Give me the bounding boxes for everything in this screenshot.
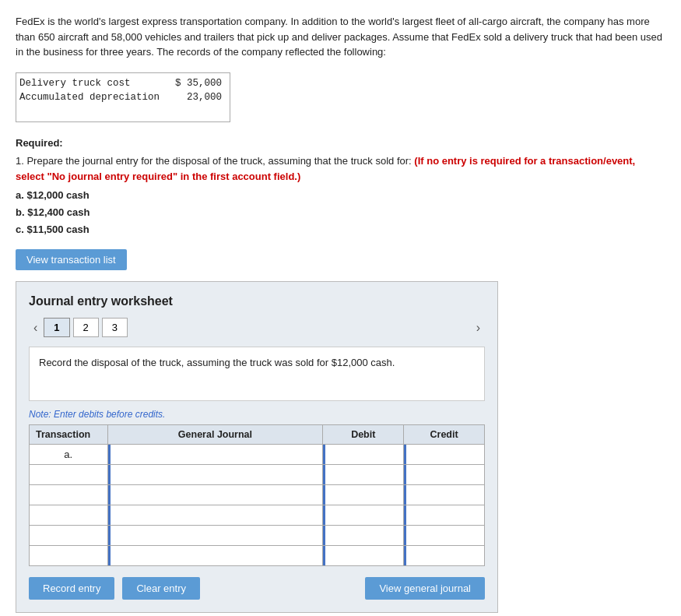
gj-input-2[interactable] <box>111 465 323 484</box>
gj-input-1[interactable] <box>111 445 323 464</box>
credit-cell-3[interactable] <box>404 485 485 505</box>
record-entry-button[interactable]: Record entry <box>29 577 114 600</box>
view-transaction-list-button[interactable]: View transaction list <box>16 249 127 270</box>
data-label: Accumulated depreciation <box>16 90 172 104</box>
gj-input-5[interactable] <box>111 526 323 545</box>
col-header-debit: Debit <box>323 425 404 445</box>
credit-input-6[interactable] <box>406 546 484 565</box>
required-section: Required: 1. Prepare the journal entry f… <box>16 136 665 239</box>
journal-table: Transaction General Journal Debit Credit… <box>29 424 485 566</box>
gj-input-6[interactable] <box>111 546 323 565</box>
credit-input-5[interactable] <box>406 526 484 545</box>
transaction-cell-4 <box>30 505 108 526</box>
credit-input-3[interactable] <box>406 485 484 505</box>
debit-cell-1[interactable] <box>323 445 404 465</box>
gj-cell-1[interactable] <box>107 445 323 465</box>
col-header-transaction: Transaction <box>30 425 108 445</box>
credit-input-2[interactable] <box>406 465 484 484</box>
gj-input-3[interactable] <box>111 485 323 505</box>
transaction-cell-5 <box>30 526 108 546</box>
task-description: Record the disposal of the truck, assumi… <box>29 347 485 401</box>
debit-cell-4[interactable] <box>323 505 404 526</box>
debit-input-3[interactable] <box>325 485 403 505</box>
transaction-cell-2 <box>30 465 108 485</box>
credit-cell-1[interactable] <box>404 445 485 465</box>
debit-input-6[interactable] <box>325 546 403 565</box>
table-row: Delivery truck cost $ 35,000 <box>16 76 230 90</box>
data-label: Delivery truck cost <box>16 76 172 90</box>
tab-1[interactable]: 1 <box>44 318 69 337</box>
gj-cell-3[interactable] <box>107 485 323 505</box>
view-general-journal-button[interactable]: View general journal <box>365 577 485 600</box>
transaction-cell-1: a. <box>30 445 108 465</box>
credit-cell-2[interactable] <box>404 465 485 485</box>
data-value: 23,000 <box>172 90 230 104</box>
debit-input-1[interactable] <box>325 445 403 464</box>
intro-paragraph: FedEx is the world's largest express tra… <box>16 14 665 60</box>
col-header-credit: Credit <box>404 425 485 445</box>
gj-input-4[interactable] <box>111 505 323 525</box>
transaction-cell-6 <box>30 546 108 566</box>
gj-cell-4[interactable] <box>107 505 323 526</box>
transaction-cell-3 <box>30 485 108 505</box>
option-a: a. $12,000 cash <box>16 187 665 204</box>
gj-cell-2[interactable] <box>107 465 323 485</box>
debit-cell-3[interactable] <box>323 485 404 505</box>
data-value: $ 35,000 <box>172 76 230 90</box>
option-c: c. $11,500 cash <box>16 221 665 238</box>
table-row <box>30 465 485 485</box>
debit-input-2[interactable] <box>325 465 403 484</box>
note-text: Note: Enter debits before credits. <box>29 409 485 420</box>
instruction-text: 1. Prepare the journal entry for the dis… <box>16 153 665 184</box>
debit-input-4[interactable] <box>325 505 403 525</box>
tab-3[interactable]: 3 <box>102 318 128 337</box>
debit-cell-5[interactable] <box>323 526 404 546</box>
debit-cell-2[interactable] <box>323 465 404 485</box>
table-row <box>30 526 485 546</box>
worksheet-title: Journal entry worksheet <box>29 294 485 308</box>
credit-input-1[interactable] <box>406 445 484 464</box>
credit-cell-4[interactable] <box>404 505 485 526</box>
credit-cell-5[interactable] <box>404 526 485 546</box>
debit-input-5[interactable] <box>325 526 403 545</box>
prev-tab-button[interactable]: ‹ <box>29 319 42 336</box>
col-header-gj: General Journal <box>107 425 323 445</box>
tab-2[interactable]: 2 <box>73 318 99 337</box>
clear-entry-button[interactable]: Clear entry <box>122 577 200 600</box>
next-tab-button[interactable]: › <box>472 319 485 336</box>
table-row: Accumulated depreciation 23,000 <box>16 90 230 104</box>
gj-cell-6[interactable] <box>107 546 323 566</box>
action-buttons: Record entry Clear entry View general jo… <box>29 577 485 600</box>
credit-input-4[interactable] <box>406 505 484 525</box>
company-data-table: Delivery truck cost $ 35,000 Accumulated… <box>16 72 230 122</box>
table-row <box>30 485 485 505</box>
worksheet-container: Journal entry worksheet ‹ 1 2 3 › Record… <box>16 281 498 613</box>
required-label: Required: <box>16 136 665 151</box>
credit-cell-6[interactable] <box>404 546 485 566</box>
table-row <box>30 505 485 526</box>
tab-navigation: ‹ 1 2 3 › <box>29 318 485 337</box>
table-row <box>30 546 485 566</box>
options-list: a. $12,000 cash b. $12,400 cash c. $11,5… <box>16 187 665 238</box>
option-b: b. $12,400 cash <box>16 204 665 221</box>
debit-cell-6[interactable] <box>323 546 404 566</box>
gj-cell-5[interactable] <box>107 526 323 546</box>
table-row: a. <box>30 445 485 465</box>
